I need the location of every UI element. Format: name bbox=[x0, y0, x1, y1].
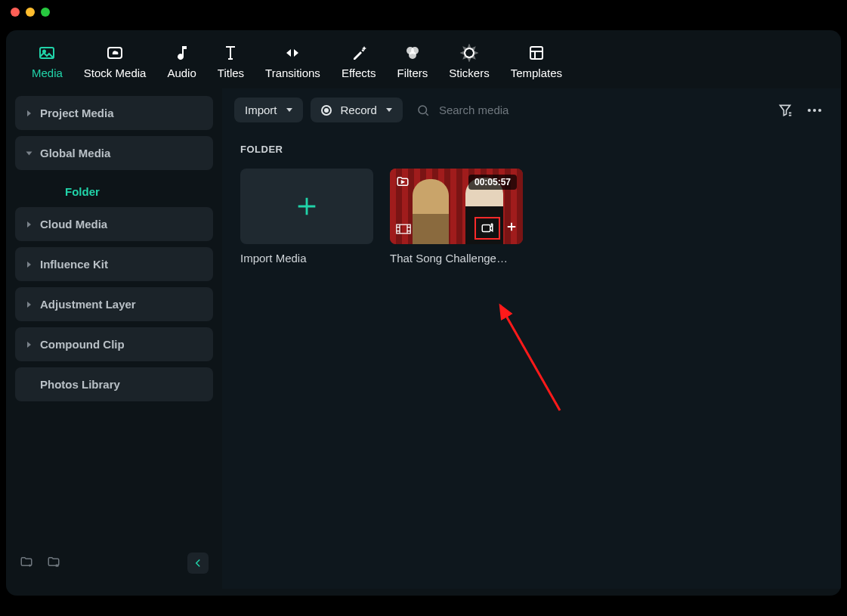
tab-label: Titles bbox=[218, 67, 244, 79]
music-note-icon bbox=[173, 44, 191, 62]
import-label: Import bbox=[245, 104, 277, 116]
record-label: Record bbox=[341, 104, 377, 116]
sidebar-subitem-folder[interactable]: Folder bbox=[15, 176, 213, 207]
sidebar-item-influence-kit[interactable]: Influence Kit bbox=[15, 247, 213, 281]
tab-transitions[interactable]: Transitions bbox=[265, 44, 320, 79]
plus-icon bbox=[294, 193, 320, 219]
transitions-icon bbox=[283, 44, 301, 62]
sidebar-item-project-media[interactable]: Project Media bbox=[15, 96, 213, 130]
tile-label: Import Media bbox=[240, 252, 373, 265]
templates-icon bbox=[527, 44, 546, 62]
thumbnail-figure bbox=[413, 179, 449, 244]
maximize-window-button[interactable] bbox=[41, 8, 50, 17]
svg-point-8 bbox=[419, 106, 427, 114]
main-area: Import Record FOLDER bbox=[222, 88, 841, 589]
tab-label: Media bbox=[32, 67, 63, 79]
chevron-down-icon bbox=[26, 151, 32, 155]
tab-label: Stock Media bbox=[84, 67, 147, 79]
chevron-down-icon bbox=[386, 108, 392, 112]
chevron-right-icon bbox=[27, 110, 31, 116]
sidebar-footer bbox=[15, 545, 213, 581]
sidebar-item-global-media[interactable]: Global Media bbox=[15, 136, 213, 170]
video-media-tile[interactable]: 00:05:57 bbox=[390, 169, 523, 265]
search-input[interactable] bbox=[439, 104, 590, 116]
cloud-media-icon bbox=[106, 44, 124, 62]
chevron-right-icon bbox=[27, 262, 31, 268]
svg-rect-9 bbox=[397, 224, 410, 234]
chevron-right-icon bbox=[27, 302, 31, 308]
tab-label: Templates bbox=[511, 67, 562, 79]
import-media-tile[interactable]: Import Media bbox=[240, 169, 373, 265]
tab-label: Stickers bbox=[449, 67, 489, 79]
tab-stock-media[interactable]: Stock Media bbox=[84, 44, 147, 79]
tab-label: Transitions bbox=[265, 67, 320, 79]
chevron-right-icon bbox=[27, 342, 31, 348]
duration-badge: 00:05:57 bbox=[468, 175, 517, 190]
main-tabs: Media Stock Media Audio Titles Transitio… bbox=[6, 30, 841, 88]
tab-filters[interactable]: Filters bbox=[397, 44, 428, 79]
svg-point-1 bbox=[43, 51, 45, 53]
record-icon bbox=[321, 105, 332, 116]
sidebar-item-adjustment-layer[interactable]: Adjustment Layer bbox=[15, 287, 213, 321]
filter-icon[interactable] bbox=[777, 103, 793, 118]
tab-label: Filters bbox=[397, 67, 428, 79]
tab-media[interactable]: Media bbox=[32, 44, 63, 79]
svg-rect-10 bbox=[482, 225, 490, 232]
import-media-thumb[interactable] bbox=[240, 169, 373, 244]
filters-icon bbox=[403, 44, 422, 62]
tab-effects[interactable]: Effects bbox=[342, 44, 376, 79]
media-grid: Import Media 00:05:57 bbox=[222, 163, 841, 271]
sidebar-item-photos-library[interactable]: Photos Library bbox=[15, 367, 213, 401]
svg-point-5 bbox=[409, 51, 416, 59]
svg-point-11 bbox=[491, 224, 493, 225]
stickers-icon bbox=[460, 44, 478, 62]
new-folder-icon[interactable] bbox=[20, 555, 33, 571]
chevron-down-icon bbox=[286, 108, 292, 112]
sidebar-item-label: Adjustment Layer bbox=[40, 298, 136, 311]
sidebar-item-label: Folder bbox=[65, 185, 100, 198]
tab-audio[interactable]: Audio bbox=[167, 44, 196, 79]
smart-tools-button[interactable] bbox=[475, 217, 500, 240]
window-traffic-lights bbox=[0, 0, 847, 24]
sidebar-item-cloud-media[interactable]: Cloud Media bbox=[15, 207, 213, 241]
collapse-sidebar-button[interactable] bbox=[187, 553, 209, 574]
sidebar-item-label: Project Media bbox=[40, 107, 114, 119]
minimize-window-button[interactable] bbox=[26, 8, 35, 17]
image-icon bbox=[38, 44, 56, 62]
media-sidebar: Project Media Global Media Folder Cloud … bbox=[6, 88, 222, 589]
magic-wand-icon bbox=[350, 44, 368, 62]
tile-label: That Song Challenge… bbox=[390, 252, 523, 265]
tab-stickers[interactable]: Stickers bbox=[449, 44, 489, 79]
section-title: FOLDER bbox=[222, 132, 841, 163]
sidebar-item-compound-clip[interactable]: Compound Clip bbox=[15, 327, 213, 361]
text-icon bbox=[221, 44, 240, 62]
delete-folder-icon[interactable] bbox=[47, 555, 60, 571]
svg-point-6 bbox=[465, 48, 474, 57]
tab-label: Audio bbox=[167, 67, 196, 79]
add-to-timeline-button[interactable] bbox=[505, 220, 518, 237]
sidebar-item-label: Compound Clip bbox=[40, 338, 125, 351]
more-options-button[interactable] bbox=[808, 109, 821, 112]
search-icon bbox=[416, 104, 430, 117]
filmstrip-icon[interactable] bbox=[396, 223, 411, 238]
sidebar-item-label: Cloud Media bbox=[40, 218, 107, 231]
chevron-right-icon bbox=[27, 221, 31, 228]
close-window-button[interactable] bbox=[11, 8, 20, 17]
app-window: Media Stock Media Audio Titles Transitio… bbox=[6, 30, 841, 596]
sidebar-item-label: Global Media bbox=[40, 147, 110, 159]
sidebar-item-label: Photos Library bbox=[40, 378, 120, 391]
tab-titles[interactable]: Titles bbox=[218, 44, 244, 79]
folder-play-icon bbox=[396, 175, 410, 191]
media-toolbar: Import Record bbox=[222, 88, 841, 132]
tab-templates[interactable]: Templates bbox=[511, 44, 562, 79]
import-dropdown[interactable]: Import bbox=[234, 98, 303, 122]
video-thumbnail[interactable]: 00:05:57 bbox=[390, 169, 523, 244]
search-field[interactable] bbox=[410, 104, 770, 117]
sidebar-item-label: Influence Kit bbox=[40, 258, 108, 271]
tab-label: Effects bbox=[342, 67, 376, 79]
record-dropdown[interactable]: Record bbox=[311, 98, 403, 122]
svg-rect-7 bbox=[530, 47, 543, 59]
